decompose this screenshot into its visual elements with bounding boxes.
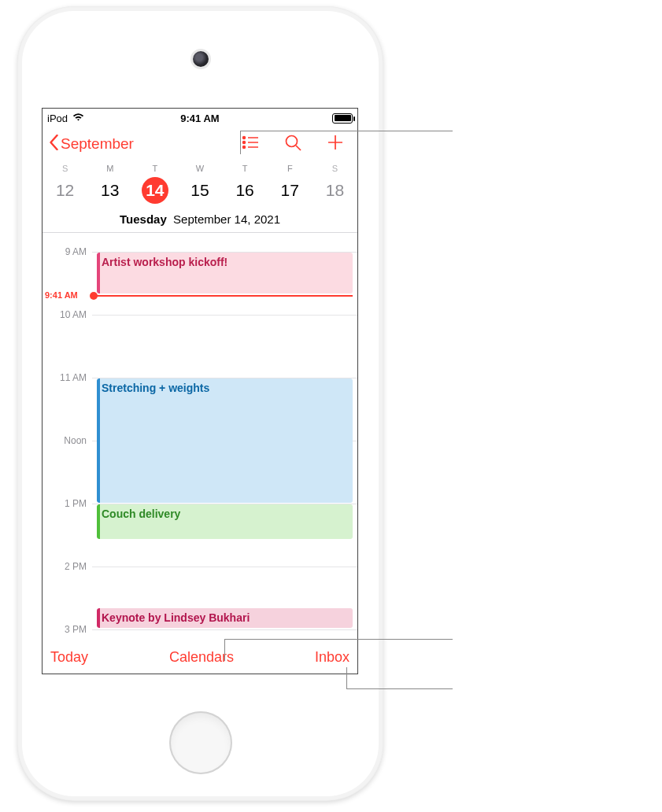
weekday-label: S [43, 164, 87, 173]
event-title: Couch delivery [102, 507, 180, 520]
callout-line [224, 639, 225, 661]
date-cell[interactable]: 18 [313, 176, 357, 205]
date-cell[interactable]: 16 [223, 176, 268, 205]
nav-bar: September [43, 127, 357, 161]
home-button[interactable] [169, 711, 232, 774]
bottom-toolbar: Today Calendars Inbox [43, 640, 357, 674]
event-title: Keynote by Lindsey Bukhari [102, 611, 250, 624]
date-cell[interactable]: 17 [268, 176, 313, 205]
list-icon [241, 133, 260, 155]
weekday-name: Tuesday [120, 212, 167, 226]
date-cell[interactable]: 15 [177, 176, 222, 205]
callout-line [240, 131, 453, 131]
screen: iPod 9:41 AM September [42, 108, 358, 674]
weekday-label: T [223, 164, 268, 173]
callout-line [346, 667, 347, 688]
date-cell[interactable]: 13 [87, 176, 132, 205]
weekday-label: F [268, 164, 313, 173]
list-view-button[interactable] [239, 133, 261, 155]
add-event-button[interactable] [324, 133, 346, 155]
front-camera [193, 51, 209, 67]
back-button[interactable]: September [49, 135, 134, 154]
date-num: 16 [231, 177, 258, 204]
event-block[interactable]: Keynote by Lindsey Bukhari [97, 608, 353, 628]
status-bar: iPod 9:41 AM [43, 109, 357, 127]
date-num: 17 [276, 177, 303, 204]
hour-label: Noon [64, 435, 87, 446]
chevron-left-icon [49, 135, 59, 154]
svg-point-2 [243, 142, 246, 144]
hour-label: 3 PM [65, 624, 87, 635]
weekday-label: T [132, 164, 177, 173]
event-title: Artist workshop kickoff! [102, 256, 227, 268]
event-title: Stretching + weights [102, 382, 209, 394]
hour-label: 10 AM [60, 309, 87, 320]
inbox-button[interactable]: Inbox [315, 649, 349, 666]
svg-point-6 [287, 136, 298, 147]
hour-label: 9 AM [65, 246, 87, 257]
ipod-device: iPod 9:41 AM September [17, 6, 383, 801]
battery-icon [332, 113, 353, 124]
hour-label: 11 AM [60, 372, 87, 383]
status-time: 9:41 AM [43, 113, 357, 124]
date-cell-selected[interactable]: 14 [132, 176, 177, 205]
callout-line [240, 131, 241, 154]
date-num: 13 [97, 177, 124, 204]
svg-point-0 [243, 137, 246, 139]
date-num: 12 [52, 177, 79, 204]
today-button[interactable]: Today [50, 649, 88, 666]
event-block[interactable]: Couch delivery [97, 504, 353, 539]
svg-point-4 [243, 146, 246, 149]
date-string: September 14, 2021 [173, 212, 280, 226]
svg-line-7 [296, 146, 301, 150]
callout-line [346, 688, 453, 689]
hour-label: 1 PM [65, 498, 87, 509]
week-dates: 12 13 14 15 16 17 18 [43, 175, 357, 211]
weekday-label: S [313, 164, 357, 173]
day-timeline[interactable]: 9 AM 10 AM 11 AM Noon 1 PM 2 PM 3 PM [43, 233, 357, 650]
event-block[interactable]: Artist workshop kickoff! [97, 253, 353, 293]
weekday-header: S M T W T F S [43, 161, 357, 175]
date-cell[interactable]: 12 [43, 176, 87, 205]
date-num: 15 [187, 177, 213, 204]
plus-icon [326, 133, 345, 155]
back-label: September [61, 135, 134, 153]
hour-label: 2 PM [65, 561, 87, 572]
date-num: 14 [142, 177, 168, 204]
search-icon [283, 133, 302, 155]
event-block[interactable]: Stretching + weights [97, 378, 353, 503]
weekday-label: W [177, 164, 222, 173]
current-time-label: 9:41 AM [43, 290, 80, 300]
weekday-label: M [87, 164, 132, 173]
callout-line [224, 639, 453, 640]
date-num: 18 [321, 177, 348, 204]
full-date-label: Tuesday September 14, 2021 [43, 211, 357, 232]
search-button[interactable] [282, 133, 304, 155]
